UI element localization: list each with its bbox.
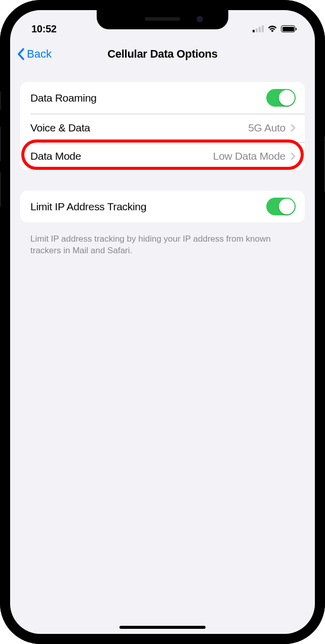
notch	[97, 10, 228, 29]
row-label: Limit IP Address Tracking	[30, 201, 146, 213]
cellular-signal-icon	[253, 25, 264, 32]
group-footer-text: Limit IP address tracking by hiding your…	[20, 228, 305, 257]
chevron-right-icon	[291, 124, 296, 132]
row-label: Data Roaming	[30, 92, 97, 104]
back-button[interactable]: Back	[17, 48, 52, 61]
row-value: 5G Auto	[248, 122, 286, 134]
toggle-knob	[279, 90, 295, 106]
home-indicator[interactable]	[119, 626, 206, 629]
chevron-left-icon	[17, 48, 25, 60]
status-time: 10:52	[31, 23, 57, 35]
settings-group-2: Limit IP Address Tracking	[20, 191, 305, 222]
volume-down-button	[0, 172, 1, 207]
back-label: Back	[27, 48, 52, 61]
voice-and-data-row[interactable]: Voice & Data 5G Auto	[20, 114, 305, 142]
row-label: Voice & Data	[30, 122, 90, 134]
toggle-knob	[279, 199, 295, 214]
limit-ip-tracking-toggle[interactable]	[266, 198, 296, 215]
content: Data Roaming Voice & Data 5G Auto	[10, 70, 315, 257]
chevron-right-icon	[291, 152, 296, 160]
volume-up-button	[0, 126, 1, 162]
row-label: Data Mode	[30, 150, 81, 162]
battery-icon	[281, 25, 297, 32]
settings-group-1: Data Roaming Voice & Data 5G Auto	[20, 82, 305, 170]
navigation-bar: Back Cellular Data Options	[10, 38, 315, 70]
page-title: Cellular Data Options	[107, 48, 217, 61]
device-frame: 10:52	[0, 0, 325, 644]
row-value: Low Data Mode	[213, 150, 286, 162]
status-icons	[253, 25, 297, 32]
silence-switch	[0, 91, 1, 110]
data-roaming-row[interactable]: Data Roaming	[20, 82, 305, 114]
limit-ip-tracking-row[interactable]: Limit IP Address Tracking	[20, 191, 305, 222]
data-roaming-toggle[interactable]	[266, 89, 296, 107]
data-mode-row[interactable]: Data Mode Low Data Mode	[20, 142, 305, 170]
screen: 10:52	[10, 10, 315, 634]
wifi-icon	[267, 25, 277, 32]
